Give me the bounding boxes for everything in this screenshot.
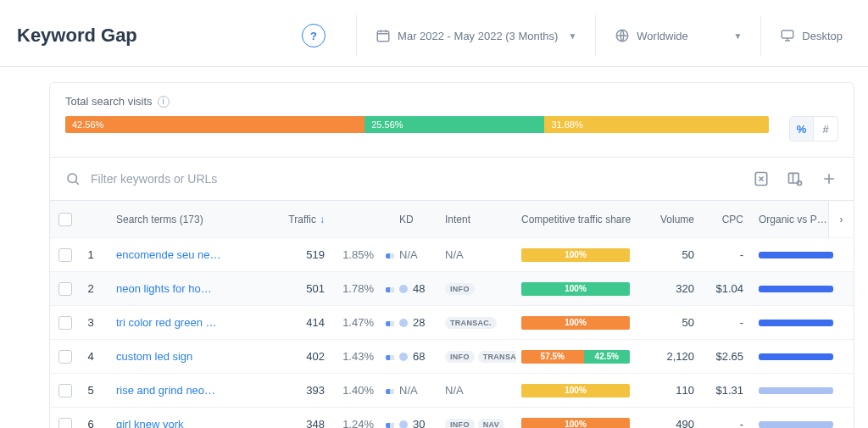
desktop-icon (780, 28, 795, 43)
orgpaid-cell (750, 320, 835, 326)
orgpaid-cell (750, 286, 835, 292)
columns-gear-icon (787, 170, 804, 187)
traffic-pct: 1.47% (337, 316, 381, 329)
row-index: 4 (81, 350, 101, 363)
keyword-link[interactable]: encomende seu ne… (111, 248, 272, 261)
kd-value: N/A (394, 384, 440, 397)
keyword-link[interactable]: rise and grind neo… (111, 384, 272, 397)
traffic-value: 402 (301, 350, 331, 363)
col-intent[interactable]: Intent (440, 214, 516, 225)
traffic-pct: 1.85% (337, 248, 381, 261)
row-checkbox[interactable] (58, 418, 72, 429)
separator (356, 15, 357, 56)
traffic-pct: 1.43% (337, 350, 381, 363)
row-index: 3 (81, 316, 101, 329)
row-index: 2 (81, 282, 101, 295)
orgpaid-bar (759, 421, 833, 428)
table-header: ‹ Search terms (173) Traffic↓ KD Intent … (50, 201, 854, 238)
svg-point-6 (798, 181, 802, 186)
cpc-value: - (735, 418, 750, 428)
help-button[interactable]: ? (302, 24, 326, 47)
row-checkbox[interactable] (58, 282, 72, 296)
row-checkbox[interactable] (58, 384, 72, 397)
share-segment: 100% (521, 384, 630, 397)
unit-percent-button[interactable]: % (790, 117, 814, 141)
row-checkbox-cell (50, 350, 81, 364)
keyword-link[interactable]: custom led sign (111, 350, 272, 363)
col-orgpaid[interactable]: Organic vs Paid (750, 214, 835, 225)
toolbar-icons (752, 170, 838, 188)
volume-value: 50 (677, 316, 701, 329)
volume-value: 50 (677, 248, 701, 261)
competitive-share: 100% (516, 282, 638, 296)
table-settings-button[interactable] (786, 170, 804, 188)
share-segment: 100% (521, 248, 630, 262)
share-segment: 100% (521, 418, 630, 429)
intent-cell: N/A (440, 384, 516, 397)
orgpaid-bar (759, 320, 833, 326)
kd-dot-icon (399, 319, 408, 327)
select-all-checkbox[interactable] (58, 213, 72, 226)
cpc-value: $2.65 (710, 350, 750, 363)
traffic-bar (381, 316, 394, 329)
overview-label-text: Total search visits (65, 95, 153, 108)
device-picker[interactable]: Desktop (771, 28, 851, 43)
intent-cell: INFONAV (440, 419, 516, 429)
row-checkbox-cell (50, 248, 81, 262)
orgpaid-bar (759, 387, 833, 394)
kd-value: 30 (394, 418, 440, 428)
page-title: Keyword Gap (17, 25, 137, 47)
orgpaid-cell (750, 421, 835, 428)
add-button[interactable] (820, 170, 838, 188)
orgpaid-cell (750, 353, 835, 360)
unit-number-button[interactable]: # (814, 117, 837, 141)
region-label: Worldwide (637, 30, 687, 42)
keyword-link[interactable]: tri color red green … (111, 316, 272, 329)
table-row: 5rise and grind neo…3931.40%N/AN/A100%11… (50, 374, 854, 408)
help-icon: ? (310, 30, 317, 42)
intent-tag: TRANSAC. (445, 317, 497, 329)
competitive-share: 100% (516, 418, 638, 429)
traffic-bar (381, 418, 394, 428)
keyword-link[interactable]: girl knew york (111, 418, 272, 428)
col-search-terms[interactable]: Search terms (173) (111, 214, 272, 225)
row-index: 1 (81, 248, 101, 261)
region-picker[interactable]: Worldwide ▼ (606, 28, 750, 43)
col-kd[interactable]: KD (394, 214, 440, 225)
kd-dot-icon (399, 353, 408, 361)
scroll-right-button[interactable]: › (828, 201, 854, 237)
col-volume[interactable]: Volume (655, 214, 701, 225)
col-competitive[interactable]: Competitive traffic share (516, 214, 638, 225)
cpc-value: - (735, 248, 750, 261)
unit-toggle: % # (789, 116, 838, 142)
intent-tag: INFO (445, 419, 475, 429)
intent-cell: INFO (440, 283, 516, 295)
calendar-icon (376, 28, 391, 43)
volume-value: 490 (670, 418, 701, 428)
volume-value: 2,120 (661, 350, 701, 363)
row-checkbox-cell (50, 418, 81, 429)
row-checkbox[interactable] (58, 350, 72, 364)
cpc-value: - (735, 316, 750, 329)
traffic-value: 501 (301, 282, 331, 295)
traffic-value: 348 (301, 418, 331, 428)
traffic-value: 393 (301, 384, 331, 397)
date-range-picker[interactable]: Mar 2022 - May 2022 (3 Months) ▼ (367, 28, 585, 43)
competitive-share: 100% (516, 248, 638, 262)
row-checkbox[interactable] (58, 316, 72, 330)
keyword-link[interactable]: neon lights for ho… (111, 282, 272, 295)
row-checkbox[interactable] (58, 248, 72, 262)
volume-value: 110 (670, 384, 701, 397)
intent-tag: TRANSAC. (478, 351, 516, 363)
share-segment: 42.5% (584, 350, 630, 364)
row-checkbox-cell (50, 384, 81, 397)
col-cpc[interactable]: CPC (717, 214, 750, 225)
intent-cell: TRANSAC. (440, 317, 516, 329)
competitive-share: 100% (516, 316, 638, 330)
globe-icon (615, 28, 630, 43)
info-icon[interactable]: i (158, 96, 170, 108)
filter-input[interactable] (89, 171, 743, 186)
table-row: 4custom led sign4021.43%68INFOTRANSAC.57… (50, 340, 854, 374)
export-excel-button[interactable] (752, 170, 771, 188)
col-traffic[interactable]: Traffic↓ (283, 214, 331, 225)
